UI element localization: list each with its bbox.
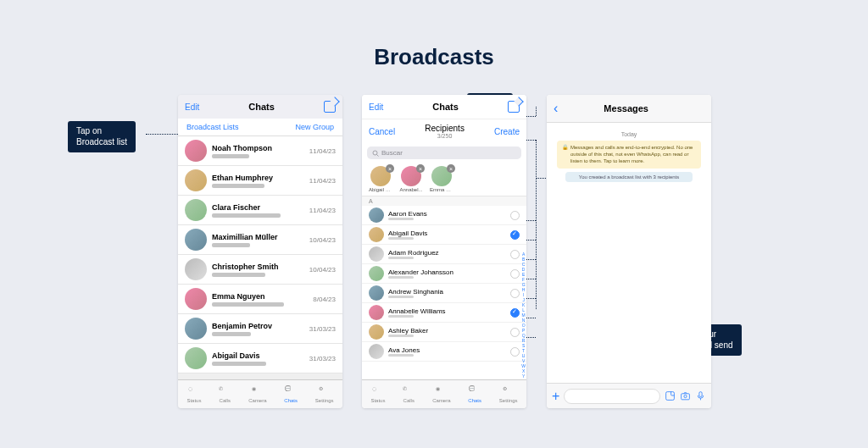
remove-icon[interactable]: × — [416, 164, 425, 173]
cancel-button[interactable]: Cancel — [369, 127, 395, 136]
contact-row[interactable]: Ashley Baker — [362, 323, 526, 342]
chat-row[interactable]: Noah Thompson 11/04/23 — [178, 136, 342, 166]
chat-row[interactable]: Benjamin Petrov 31/03/23 — [178, 314, 342, 344]
header-title: Chats — [199, 102, 324, 112]
checkbox[interactable] — [510, 308, 520, 318]
checkbox[interactable] — [510, 211, 520, 220]
avatar — [185, 199, 207, 221]
mic-icon[interactable] — [695, 390, 706, 401]
connector-line — [146, 134, 178, 135]
chat-name: Ethan Humphrey — [212, 174, 304, 182]
contact-name: Ashley Baker — [388, 327, 506, 335]
contact-row[interactable]: Annabelle Williams — [362, 303, 526, 323]
svg-point-0 — [373, 151, 377, 155]
header-title: Messages — [558, 103, 694, 113]
compose-icon[interactable] — [508, 101, 520, 113]
chat-row[interactable]: Christopher Smith 10/04/23 — [178, 255, 342, 285]
chat-row[interactable]: Emma Nguyen 8/04/23 — [178, 285, 342, 314]
avatar — [185, 140, 207, 162]
alpha-index[interactable]: ABCDEFGHIJKLMNOPQRSTUVWXYZ — [521, 252, 526, 384]
checkbox[interactable] — [510, 289, 520, 298]
checkbox[interactable] — [510, 347, 520, 357]
sticker-icon[interactable] — [665, 390, 676, 401]
edit-button[interactable]: Edit — [185, 102, 199, 112]
date-divider: Today — [554, 131, 704, 137]
tab-camera[interactable]: ◉Camera — [248, 385, 266, 403]
encryption-notice[interactable]: 🔒Messages and calls are end-to-end encry… — [557, 141, 701, 169]
tab-chats[interactable]: 💬Chats — [284, 385, 298, 403]
connector-line — [536, 107, 537, 116]
new-group-button[interactable]: New Group — [295, 123, 334, 131]
messages-body: Today 🔒Messages and calls are end-to-end… — [547, 123, 711, 191]
selected-name: Abigail D... — [369, 187, 392, 192]
messages-header: ‹ Messages — [547, 95, 711, 123]
recipients-title: Recipients 3/250 — [425, 121, 465, 141]
contact-name: Annabelle Williams — [388, 307, 506, 315]
edit-button[interactable]: Edit — [369, 102, 383, 112]
chat-name: Maximillian Müller — [212, 233, 304, 241]
message-input[interactable] — [564, 389, 660, 404]
message-input-bar: + — [547, 383, 711, 408]
avatar — [369, 285, 384, 301]
tab-chats[interactable]: 💬Chats — [468, 385, 481, 403]
chat-row[interactable]: Abigail Davis 31/03/23 — [178, 344, 342, 373]
avatar — [185, 229, 207, 251]
tab-calls[interactable]: ✆Calls — [403, 385, 415, 403]
search-input[interactable]: Buscar — [367, 147, 521, 159]
camera-icon[interactable] — [680, 390, 691, 401]
tab-camera[interactable]: ◉Camera — [432, 385, 450, 403]
tab-status[interactable]: ◌Status — [370, 385, 385, 403]
selected-recipient[interactable]: × Emma Ng... — [430, 166, 453, 192]
broadcast-lists-button[interactable]: Broadcast Lists — [186, 123, 239, 131]
chat-row[interactable]: Clara Fischer 11/04/23 — [178, 196, 342, 225]
chat-row[interactable]: Ethan Humphrey 11/04/23 — [178, 166, 342, 196]
attach-button[interactable]: + — [552, 389, 559, 404]
contact-name: Abigail Davis — [388, 230, 506, 237]
checkbox[interactable] — [510, 269, 520, 279]
avatar — [185, 169, 207, 191]
checkbox[interactable] — [510, 230, 520, 240]
contact-name: Alexander Johansson — [388, 268, 506, 276]
chat-name: Clara Fischer — [212, 203, 304, 212]
svg-rect-3 — [682, 394, 690, 400]
compose-icon[interactable] — [324, 101, 336, 113]
svg-point-4 — [684, 395, 687, 397]
contact-row[interactable]: Adam Rodriguez — [362, 245, 526, 264]
contact-row[interactable]: Alexander Johansson — [362, 264, 526, 284]
avatar — [369, 207, 384, 223]
create-button[interactable]: Create — [494, 127, 520, 136]
chat-name: Benjamin Petrov — [212, 322, 304, 330]
remove-icon[interactable]: × — [447, 164, 455, 173]
chats-header: Edit Chats — [178, 95, 342, 119]
contact-row[interactable]: Aaron Evans — [362, 206, 526, 225]
checkbox[interactable] — [510, 250, 520, 259]
selected-recipient[interactable]: × Annabel... — [399, 166, 423, 192]
tab-calls[interactable]: ✆Calls — [219, 385, 231, 403]
contact-row[interactable]: Andrew Singhania — [362, 284, 526, 303]
search-placeholder: Buscar — [381, 149, 403, 157]
tab-status[interactable]: ◌Status — [186, 385, 201, 403]
chat-date: 10/04/23 — [309, 236, 336, 244]
tab-settings[interactable]: ⚙Settings — [499, 385, 518, 403]
contact-row[interactable]: Ava Jones — [362, 342, 526, 362]
chat-name: Christopher Smith — [212, 263, 304, 271]
svg-line-1 — [377, 154, 379, 156]
avatar — [369, 305, 384, 320]
chat-row[interactable]: Maximillian Müller 10/04/23 — [178, 225, 342, 255]
selected-name: Emma Ng... — [430, 187, 453, 192]
contact-row[interactable]: Abigail Davis — [362, 225, 526, 245]
checkbox[interactable] — [510, 328, 520, 337]
chat-name: Noah Thompson — [212, 144, 304, 152]
connector-line — [536, 140, 537, 309]
tab-settings[interactable]: ⚙Settings — [315, 385, 334, 403]
avatar — [185, 258, 207, 280]
magnifier-icon — [372, 150, 379, 157]
selected-recipient[interactable]: × Abigail D... — [369, 166, 392, 192]
chats-mini-header: Edit Chats — [362, 95, 526, 119]
remove-icon[interactable]: × — [386, 164, 394, 173]
chat-date: 31/03/23 — [309, 325, 336, 333]
selected-name: Annabel... — [399, 187, 423, 192]
tab-bar: ◌Status ✆Calls ◉Camera 💬Chats ⚙Settings — [362, 379, 526, 408]
callout-tap-broadcast: Tap on Broadcast list — [68, 121, 136, 152]
avatar — [185, 288, 207, 310]
